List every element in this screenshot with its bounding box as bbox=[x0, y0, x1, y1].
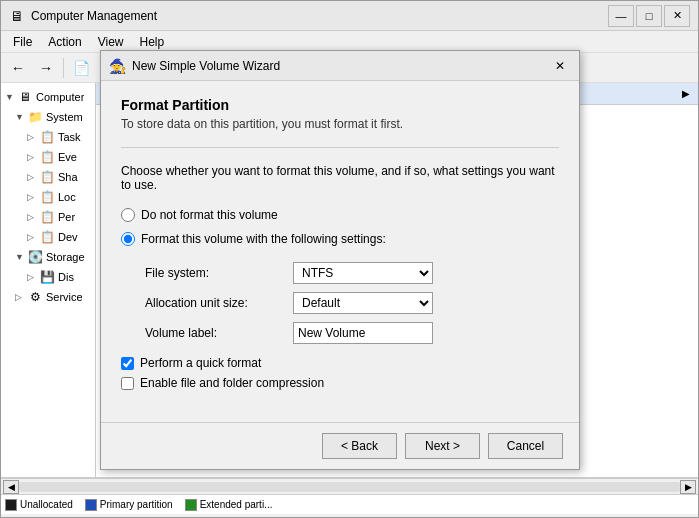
cm-sidebar: ▼ 🖥 Computer ▼ 📁 System ▷ 📋 Task ▷ bbox=[1, 83, 96, 477]
dialog-section-subtitle: To store data on this partition, you mus… bbox=[121, 117, 559, 131]
tree-arrow-dis: ▷ bbox=[27, 272, 39, 282]
menu-action[interactable]: Action bbox=[40, 33, 89, 51]
panel-scroll-right[interactable]: ▶ bbox=[680, 86, 692, 101]
tree-arrow-computer: ▼ bbox=[5, 92, 17, 102]
dialog-description: Choose whether you want to format this v… bbox=[121, 164, 559, 192]
sidebar-item-per[interactable]: ▷ 📋 Per bbox=[1, 207, 95, 227]
per-icon: 📋 bbox=[39, 209, 55, 225]
scroll-track[interactable] bbox=[19, 482, 680, 492]
allocation-label: Allocation unit size: bbox=[145, 296, 285, 310]
sidebar-item-service[interactable]: ▷ ⚙ Service bbox=[1, 287, 95, 307]
sidebar-item-per-label: Per bbox=[58, 211, 75, 223]
task-icon: 📋 bbox=[39, 129, 55, 145]
maximize-button[interactable]: □ bbox=[636, 5, 662, 27]
volume-label-label: Volume label: bbox=[145, 326, 285, 340]
sidebar-item-system[interactable]: ▼ 📁 System bbox=[1, 107, 95, 127]
cm-scrollbar[interactable]: ◀ ▶ bbox=[1, 478, 698, 494]
quick-format-label[interactable]: Perform a quick format bbox=[140, 356, 261, 370]
sidebar-item-loc-label: Loc bbox=[58, 191, 76, 203]
dialog-title: New Simple Volume Wizard bbox=[132, 59, 549, 73]
back-toolbar-button[interactable]: ← bbox=[5, 56, 31, 80]
disk-legend-bar: Unallocated Primary partition Extended p… bbox=[1, 494, 698, 514]
filesystem-select-wrapper: NTFS FAT32 exFAT bbox=[293, 262, 559, 284]
sidebar-item-task[interactable]: ▷ 📋 Task bbox=[1, 127, 95, 147]
sidebar-item-storage-label: Storage bbox=[46, 251, 85, 263]
wizard-dialog: 🧙 New Simple Volume Wizard ✕ Format Part… bbox=[100, 50, 580, 470]
quick-format-checkbox[interactable] bbox=[121, 357, 134, 370]
volume-label-input[interactable] bbox=[293, 322, 433, 344]
allocation-select[interactable]: Default 512 1024 2048 4096 bbox=[293, 292, 433, 314]
toolbar-separator bbox=[63, 58, 64, 78]
next-button[interactable]: Next > bbox=[405, 433, 480, 459]
tree-arrow-service: ▷ bbox=[15, 292, 27, 302]
sidebar-item-eve[interactable]: ▷ 📋 Eve bbox=[1, 147, 95, 167]
sidebar-item-computer-label: Computer bbox=[36, 91, 84, 103]
scroll-left-btn[interactable]: ◀ bbox=[3, 480, 19, 494]
cancel-button[interactable]: Cancel bbox=[488, 433, 563, 459]
sidebar-item-sha-label: Sha bbox=[58, 171, 78, 183]
format-label[interactable]: Format this volume with the following se… bbox=[141, 232, 386, 246]
tree-arrow-dev: ▷ bbox=[27, 232, 39, 242]
sidebar-item-dev[interactable]: ▷ 📋 Dev bbox=[1, 227, 95, 247]
format-checkbox-group: Perform a quick format Enable file and f… bbox=[121, 356, 559, 390]
tree-arrow-system: ▼ bbox=[15, 112, 27, 122]
format-settings-grid: File system: NTFS FAT32 exFAT Allocation… bbox=[145, 262, 559, 344]
legend-extended-label: Extended parti... bbox=[200, 499, 273, 510]
cm-tree: ▼ 🖥 Computer ▼ 📁 System ▷ 📋 Task ▷ bbox=[1, 83, 95, 311]
quick-format-option: Perform a quick format bbox=[121, 356, 559, 370]
scroll-right-btn[interactable]: ▶ bbox=[680, 480, 696, 494]
dialog-close-button[interactable]: ✕ bbox=[549, 55, 571, 77]
no-format-label[interactable]: Do not format this volume bbox=[141, 208, 278, 222]
compression-label[interactable]: Enable file and folder compression bbox=[140, 376, 324, 390]
dialog-icon: 🧙 bbox=[109, 58, 126, 74]
sidebar-item-dev-label: Dev bbox=[58, 231, 78, 243]
compression-option: Enable file and folder compression bbox=[121, 376, 559, 390]
tree-arrow-eve: ▷ bbox=[27, 152, 39, 162]
sidebar-item-dis[interactable]: ▷ 💾 Dis bbox=[1, 267, 95, 287]
sidebar-item-eve-label: Eve bbox=[58, 151, 77, 163]
tree-arrow-task: ▷ bbox=[27, 132, 39, 142]
cm-window-icon: 🖥 bbox=[9, 8, 25, 24]
loc-icon: 📋 bbox=[39, 189, 55, 205]
sha-icon: 📋 bbox=[39, 169, 55, 185]
dialog-body: Format Partition To store data on this p… bbox=[101, 81, 579, 422]
legend-unallocated: Unallocated bbox=[5, 499, 73, 511]
dialog-titlebar: 🧙 New Simple Volume Wizard ✕ bbox=[101, 51, 579, 81]
tree-arrow-sha: ▷ bbox=[27, 172, 39, 182]
sidebar-item-sha[interactable]: ▷ 📋 Sha bbox=[1, 167, 95, 187]
sidebar-item-system-label: System bbox=[46, 111, 83, 123]
back-button[interactable]: < Back bbox=[322, 433, 397, 459]
compression-checkbox[interactable] bbox=[121, 377, 134, 390]
sidebar-item-dis-label: Dis bbox=[58, 271, 74, 283]
sidebar-item-task-label: Task bbox=[58, 131, 81, 143]
no-format-radio[interactable] bbox=[121, 208, 135, 222]
dev-icon: 📋 bbox=[39, 229, 55, 245]
close-button[interactable]: ✕ bbox=[664, 5, 690, 27]
eve-icon: 📋 bbox=[39, 149, 55, 165]
no-format-option: Do not format this volume bbox=[121, 208, 559, 222]
sidebar-item-service-label: Service bbox=[46, 291, 83, 303]
dialog-footer: < Back Next > Cancel bbox=[101, 422, 579, 469]
cm-bottom: ◀ ▶ Unallocated Primary partition Extend… bbox=[1, 477, 698, 517]
sidebar-item-computer[interactable]: ▼ 🖥 Computer bbox=[1, 87, 95, 107]
menu-help[interactable]: Help bbox=[132, 33, 173, 51]
properties-toolbar-button[interactable]: 📄 bbox=[68, 56, 94, 80]
minimize-button[interactable]: — bbox=[608, 5, 634, 27]
legend-primary-color bbox=[85, 499, 97, 511]
menu-view[interactable]: View bbox=[90, 33, 132, 51]
menu-file[interactable]: File bbox=[5, 33, 40, 51]
system-icon: 📁 bbox=[27, 109, 43, 125]
sidebar-item-loc[interactable]: ▷ 📋 Loc bbox=[1, 187, 95, 207]
sidebar-item-storage[interactable]: ▼ 💽 Storage bbox=[1, 247, 95, 267]
dialog-section-title: Format Partition bbox=[121, 97, 559, 113]
dialog-divider bbox=[121, 147, 559, 148]
filesystem-select[interactable]: NTFS FAT32 exFAT bbox=[293, 262, 433, 284]
cm-titlebar: 🖥 Computer Management — □ ✕ bbox=[1, 1, 698, 31]
tree-arrow-loc: ▷ bbox=[27, 192, 39, 202]
tree-arrow-storage: ▼ bbox=[15, 252, 27, 262]
service-icon: ⚙ bbox=[27, 289, 43, 305]
format-option: Format this volume with the following se… bbox=[121, 232, 559, 246]
legend-primary: Primary partition bbox=[85, 499, 173, 511]
forward-toolbar-button[interactable]: → bbox=[33, 56, 59, 80]
format-radio[interactable] bbox=[121, 232, 135, 246]
